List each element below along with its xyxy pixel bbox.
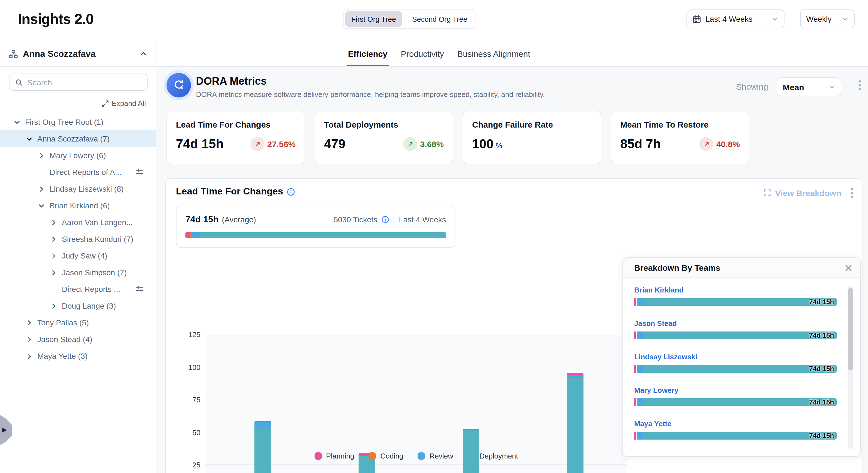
lead-time-kebab-menu[interactable] (851, 188, 853, 198)
showing-select[interactable]: Mean (777, 78, 841, 96)
view-breakdown-button[interactable]: View Breakdown (763, 188, 841, 198)
tree-item-jason-stead-4[interactable]: Jason Stead (4) (0, 331, 156, 348)
team-bar-value: 74d 15h (809, 298, 834, 306)
team-name-link[interactable]: Jason Stead (634, 319, 837, 328)
tree-item-lindsay-liszewski-8[interactable]: Lindsay Liszewski (8) (0, 180, 156, 197)
chevron-down-icon[interactable] (13, 118, 21, 126)
tree-item-mary-lowery-6[interactable]: Mary Lowery (6) (0, 147, 156, 164)
tree-item-sireesha-kunduri-7[interactable]: Sireesha Kunduri (7) (0, 231, 156, 247)
tree-item-anna-scozzafava-7[interactable]: Anna Scozzafava (7) (0, 130, 156, 147)
org-tree-icon (9, 49, 18, 58)
metric-card-title: Lead Time For Changes (176, 120, 296, 129)
expand-all-button[interactable]: Expand All (102, 99, 146, 108)
team-row-maya-yette: Maya Yette74d 15h (634, 419, 837, 440)
filter-icon[interactable] (135, 285, 144, 293)
chevron-right-icon[interactable] (50, 252, 58, 260)
chevron-right-icon[interactable] (50, 269, 58, 276)
org-toggle-divider (404, 9, 404, 28)
tree-item-aaron-van-langen[interactable]: Aaron Van Langen... (0, 214, 156, 231)
org-tree-option-first-org-tree[interactable]: First Org Tree (345, 11, 402, 27)
breakdown-scrollbar-track (848, 286, 853, 449)
tree-item-jason-simpson-7[interactable]: Jason Simpson (7) (0, 264, 156, 281)
info-icon[interactable] (287, 187, 296, 196)
metric-card-title: Change Failure Rate (472, 120, 592, 129)
team-name-link[interactable]: Maya Yette (634, 419, 837, 428)
chevron-down-icon[interactable] (26, 135, 33, 143)
legend-label: Deployment (479, 452, 518, 460)
org-tree-option-second-org-tree[interactable]: Second Org Tree (406, 11, 473, 27)
chevron-right-icon[interactable] (26, 352, 33, 360)
tree-item-judy-saw-4[interactable]: Judy Saw (4) (0, 247, 156, 264)
legend-swatch (369, 452, 376, 460)
summary-bar-segment-deployment (200, 232, 446, 238)
team-bar-value: 74d 15h (809, 398, 834, 406)
tree-item-label: Brian Kirkland (6) (50, 201, 110, 210)
bar-segment-review (254, 422, 271, 428)
chevron-right-icon[interactable] (50, 302, 58, 310)
search-icon (15, 78, 23, 86)
sidebar: Anna Scozzafava Expand All First Org Tre… (0, 41, 156, 473)
sidebar-user-name: Anna Scozzafava (23, 49, 135, 59)
tree-item-maya-yette-3[interactable]: Maya Yette (3) (0, 348, 156, 364)
dora-kebab-menu[interactable] (859, 80, 861, 90)
breakdown-panel-title: Breakdown By Teams (634, 263, 845, 272)
gridline (206, 366, 627, 367)
team-bar: 74d 15h (634, 365, 837, 373)
team-bar-segment-deployment: 74d 15h (643, 398, 837, 406)
granularity-select[interactable]: Weekly (800, 9, 855, 28)
search-input[interactable] (27, 78, 142, 87)
team-row-jason-stead: Jason Stead74d 15h (634, 319, 837, 339)
chevron-right-icon[interactable] (50, 218, 58, 226)
chevron-right-icon[interactable] (26, 335, 33, 343)
info-icon[interactable] (381, 216, 389, 224)
metric-value: 85d 7h (620, 137, 661, 151)
tree-item-label: First Org Tree Root (1) (25, 118, 103, 126)
metric-card-change-failure-rate: Change Failure Rate100% (463, 111, 601, 164)
tab-productivity[interactable]: Productivity (401, 41, 444, 66)
chevron-down-icon (829, 84, 835, 90)
trend-up-icon: ↗ (403, 137, 417, 151)
summary-separator: | (393, 215, 395, 224)
chevron-right-icon[interactable] (38, 185, 45, 193)
tree-item-label: Sireesha Kunduri (7) (62, 235, 133, 243)
tree-item-tony-pallas-5[interactable]: Tony Pallas (5) (0, 314, 156, 331)
tree-item-direct-reports[interactable]: Direct Reports ... (0, 281, 156, 297)
team-bar: 74d 15h (634, 432, 837, 440)
summary-tickets: 5030 Tickets (334, 215, 377, 224)
team-name-link[interactable]: Mary Lowery (634, 386, 837, 394)
summary-bar-segment-review (191, 232, 200, 238)
team-name-link[interactable]: Brian Kirkland (634, 286, 837, 294)
chevron-down-icon (842, 16, 848, 22)
breakdown-scrollbar-thumb[interactable] (848, 288, 853, 371)
tab-efficiency[interactable]: Efficiency (348, 41, 388, 66)
chevron-down-icon[interactable] (38, 202, 45, 209)
chevron-right-icon[interactable] (50, 235, 58, 243)
stacked-bar-04-aug-10-aug (463, 429, 479, 473)
team-bar-segment-review (637, 398, 643, 406)
team-bar: 74d 15h (634, 398, 837, 406)
team-bar-segment-review (637, 298, 643, 306)
sidebar-header[interactable]: Anna Scozzafava (0, 41, 156, 67)
chevron-up-icon[interactable] (140, 50, 147, 57)
team-bar-value: 74d 15h (809, 432, 834, 440)
tree-item-brian-kirkland-6[interactable]: Brian Kirkland (6) (0, 197, 156, 214)
date-range-select[interactable]: Last 4 Weeks (686, 9, 784, 28)
filter-icon[interactable] (135, 168, 144, 176)
team-row-lindsay-liszewski: Lindsay Liszewski74d 15h (634, 353, 837, 373)
tree-item-label: Judy Saw (4) (62, 251, 107, 260)
team-bar-value: 74d 15h (809, 365, 834, 373)
tree-item-doug-lange-3[interactable]: Doug Lange (3) (0, 297, 156, 314)
tree-item-direct-reports-of-a[interactable]: Direct Reports of A... (0, 164, 156, 180)
chevron-right-icon[interactable] (26, 319, 33, 326)
tab-business-alignment[interactable]: Business Alignment (457, 41, 530, 66)
chevron-right-icon[interactable] (38, 151, 45, 159)
app-title: Insights 2.0 (18, 10, 94, 28)
showing-value: Mean (783, 82, 829, 92)
close-icon[interactable] (845, 264, 852, 272)
metric-card-lead-time-for-changes: Lead Time For Changes74d 15h↗27.56% (166, 111, 305, 164)
content-area: DORA Metrics DORA metrics measure softwa… (157, 67, 868, 473)
tree-item-first-org-tree-root-1[interactable]: First Org Tree Root (1) (0, 114, 156, 130)
team-name-link[interactable]: Lindsay Liszewski (634, 353, 837, 361)
chevron-down-icon (772, 16, 778, 22)
summary-period: Last 4 Weeks (399, 215, 446, 224)
